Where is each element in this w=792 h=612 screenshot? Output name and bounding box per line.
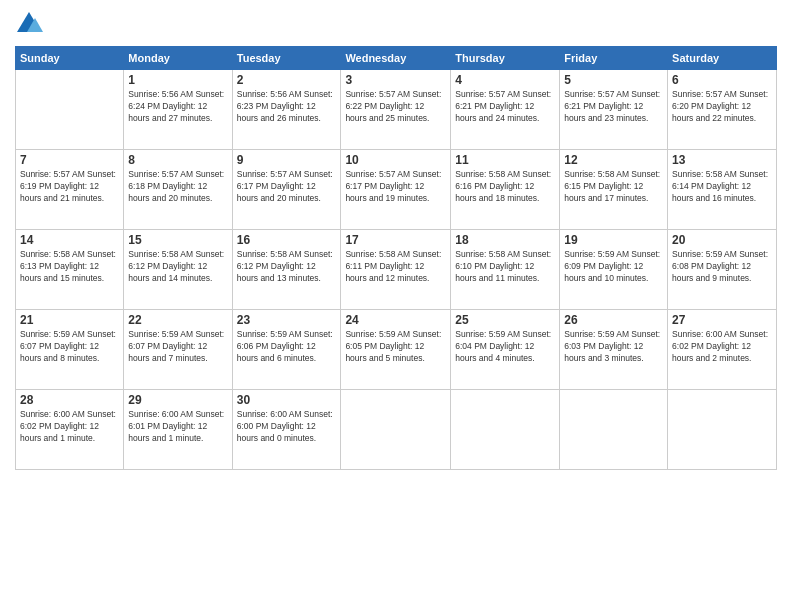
cell-info-text: Sunrise: 5:58 AM Sunset: 6:12 PM Dayligh… [237, 249, 337, 285]
cell-info-text: Sunrise: 5:58 AM Sunset: 6:15 PM Dayligh… [564, 169, 663, 205]
cell-info-text: Sunrise: 5:59 AM Sunset: 6:04 PM Dayligh… [455, 329, 555, 365]
cell-day-number: 9 [237, 153, 337, 167]
week-row-1: 7Sunrise: 5:57 AM Sunset: 6:19 PM Daylig… [16, 150, 777, 230]
cell-day-number: 3 [345, 73, 446, 87]
calendar-cell: 1Sunrise: 5:56 AM Sunset: 6:24 PM Daylig… [124, 70, 232, 150]
calendar-cell: 15Sunrise: 5:58 AM Sunset: 6:12 PM Dayli… [124, 230, 232, 310]
calendar-cell: 19Sunrise: 5:59 AM Sunset: 6:09 PM Dayli… [560, 230, 668, 310]
calendar-cell: 17Sunrise: 5:58 AM Sunset: 6:11 PM Dayli… [341, 230, 451, 310]
cell-day-number: 13 [672, 153, 772, 167]
cell-info-text: Sunrise: 6:00 AM Sunset: 6:02 PM Dayligh… [20, 409, 119, 445]
calendar-cell: 6Sunrise: 5:57 AM Sunset: 6:20 PM Daylig… [668, 70, 777, 150]
cell-day-number: 10 [345, 153, 446, 167]
calendar-cell: 10Sunrise: 5:57 AM Sunset: 6:17 PM Dayli… [341, 150, 451, 230]
calendar-cell: 23Sunrise: 5:59 AM Sunset: 6:06 PM Dayli… [232, 310, 341, 390]
week-row-0: 1Sunrise: 5:56 AM Sunset: 6:24 PM Daylig… [16, 70, 777, 150]
day-header-friday: Friday [560, 47, 668, 70]
week-row-2: 14Sunrise: 5:58 AM Sunset: 6:13 PM Dayli… [16, 230, 777, 310]
cell-day-number: 20 [672, 233, 772, 247]
calendar-cell: 3Sunrise: 5:57 AM Sunset: 6:22 PM Daylig… [341, 70, 451, 150]
cell-day-number: 7 [20, 153, 119, 167]
calendar-cell: 13Sunrise: 5:58 AM Sunset: 6:14 PM Dayli… [668, 150, 777, 230]
cell-day-number: 15 [128, 233, 227, 247]
cell-info-text: Sunrise: 5:58 AM Sunset: 6:13 PM Dayligh… [20, 249, 119, 285]
cell-info-text: Sunrise: 5:58 AM Sunset: 6:14 PM Dayligh… [672, 169, 772, 205]
day-header-sunday: Sunday [16, 47, 124, 70]
calendar-cell: 20Sunrise: 5:59 AM Sunset: 6:08 PM Dayli… [668, 230, 777, 310]
cell-info-text: Sunrise: 5:56 AM Sunset: 6:23 PM Dayligh… [237, 89, 337, 125]
calendar-cell: 11Sunrise: 5:58 AM Sunset: 6:16 PM Dayli… [451, 150, 560, 230]
header [15, 10, 777, 38]
cell-info-text: Sunrise: 5:59 AM Sunset: 6:06 PM Dayligh… [237, 329, 337, 365]
logo-icon [15, 10, 43, 38]
cell-day-number: 8 [128, 153, 227, 167]
cell-day-number: 5 [564, 73, 663, 87]
calendar-cell: 9Sunrise: 5:57 AM Sunset: 6:17 PM Daylig… [232, 150, 341, 230]
calendar-cell: 18Sunrise: 5:58 AM Sunset: 6:10 PM Dayli… [451, 230, 560, 310]
cell-day-number: 14 [20, 233, 119, 247]
calendar-cell [560, 390, 668, 470]
cell-day-number: 25 [455, 313, 555, 327]
cell-day-number: 24 [345, 313, 446, 327]
calendar-cell: 2Sunrise: 5:56 AM Sunset: 6:23 PM Daylig… [232, 70, 341, 150]
calendar-cell [668, 390, 777, 470]
calendar-cell: 27Sunrise: 6:00 AM Sunset: 6:02 PM Dayli… [668, 310, 777, 390]
cell-info-text: Sunrise: 5:59 AM Sunset: 6:07 PM Dayligh… [20, 329, 119, 365]
cell-day-number: 28 [20, 393, 119, 407]
cell-info-text: Sunrise: 6:00 AM Sunset: 6:02 PM Dayligh… [672, 329, 772, 365]
calendar-cell: 28Sunrise: 6:00 AM Sunset: 6:02 PM Dayli… [16, 390, 124, 470]
cell-info-text: Sunrise: 5:57 AM Sunset: 6:18 PM Dayligh… [128, 169, 227, 205]
calendar-cell: 16Sunrise: 5:58 AM Sunset: 6:12 PM Dayli… [232, 230, 341, 310]
calendar: SundayMondayTuesdayWednesdayThursdayFrid… [15, 46, 777, 470]
cell-info-text: Sunrise: 5:59 AM Sunset: 6:05 PM Dayligh… [345, 329, 446, 365]
cell-info-text: Sunrise: 6:00 AM Sunset: 6:00 PM Dayligh… [237, 409, 337, 445]
cell-info-text: Sunrise: 5:58 AM Sunset: 6:16 PM Dayligh… [455, 169, 555, 205]
calendar-cell: 12Sunrise: 5:58 AM Sunset: 6:15 PM Dayli… [560, 150, 668, 230]
calendar-cell: 8Sunrise: 5:57 AM Sunset: 6:18 PM Daylig… [124, 150, 232, 230]
cell-day-number: 21 [20, 313, 119, 327]
calendar-cell: 14Sunrise: 5:58 AM Sunset: 6:13 PM Dayli… [16, 230, 124, 310]
day-header-monday: Monday [124, 47, 232, 70]
cell-info-text: Sunrise: 5:59 AM Sunset: 6:03 PM Dayligh… [564, 329, 663, 365]
cell-info-text: Sunrise: 5:59 AM Sunset: 6:07 PM Dayligh… [128, 329, 227, 365]
cell-info-text: Sunrise: 5:57 AM Sunset: 6:17 PM Dayligh… [237, 169, 337, 205]
calendar-cell: 24Sunrise: 5:59 AM Sunset: 6:05 PM Dayli… [341, 310, 451, 390]
calendar-cell: 4Sunrise: 5:57 AM Sunset: 6:21 PM Daylig… [451, 70, 560, 150]
cell-day-number: 12 [564, 153, 663, 167]
cell-info-text: Sunrise: 5:57 AM Sunset: 6:17 PM Dayligh… [345, 169, 446, 205]
calendar-cell: 22Sunrise: 5:59 AM Sunset: 6:07 PM Dayli… [124, 310, 232, 390]
calendar-cell: 5Sunrise: 5:57 AM Sunset: 6:21 PM Daylig… [560, 70, 668, 150]
calendar-header-row: SundayMondayTuesdayWednesdayThursdayFrid… [16, 47, 777, 70]
cell-day-number: 22 [128, 313, 227, 327]
cell-day-number: 17 [345, 233, 446, 247]
day-header-tuesday: Tuesday [232, 47, 341, 70]
cell-day-number: 26 [564, 313, 663, 327]
week-row-4: 28Sunrise: 6:00 AM Sunset: 6:02 PM Dayli… [16, 390, 777, 470]
cell-info-text: Sunrise: 5:57 AM Sunset: 6:19 PM Dayligh… [20, 169, 119, 205]
logo [15, 10, 45, 38]
cell-info-text: Sunrise: 5:58 AM Sunset: 6:10 PM Dayligh… [455, 249, 555, 285]
calendar-cell: 26Sunrise: 5:59 AM Sunset: 6:03 PM Dayli… [560, 310, 668, 390]
cell-day-number: 1 [128, 73, 227, 87]
cell-info-text: Sunrise: 5:59 AM Sunset: 6:08 PM Dayligh… [672, 249, 772, 285]
cell-day-number: 2 [237, 73, 337, 87]
cell-info-text: Sunrise: 5:59 AM Sunset: 6:09 PM Dayligh… [564, 249, 663, 285]
calendar-cell [16, 70, 124, 150]
cell-info-text: Sunrise: 5:57 AM Sunset: 6:21 PM Dayligh… [455, 89, 555, 125]
week-row-3: 21Sunrise: 5:59 AM Sunset: 6:07 PM Dayli… [16, 310, 777, 390]
cell-day-number: 23 [237, 313, 337, 327]
day-header-saturday: Saturday [668, 47, 777, 70]
calendar-cell: 21Sunrise: 5:59 AM Sunset: 6:07 PM Dayli… [16, 310, 124, 390]
day-header-thursday: Thursday [451, 47, 560, 70]
cell-day-number: 4 [455, 73, 555, 87]
calendar-cell [341, 390, 451, 470]
cell-day-number: 18 [455, 233, 555, 247]
cell-info-text: Sunrise: 5:56 AM Sunset: 6:24 PM Dayligh… [128, 89, 227, 125]
calendar-cell [451, 390, 560, 470]
calendar-cell: 7Sunrise: 5:57 AM Sunset: 6:19 PM Daylig… [16, 150, 124, 230]
cell-info-text: Sunrise: 6:00 AM Sunset: 6:01 PM Dayligh… [128, 409, 227, 445]
cell-day-number: 6 [672, 73, 772, 87]
cell-info-text: Sunrise: 5:57 AM Sunset: 6:21 PM Dayligh… [564, 89, 663, 125]
cell-info-text: Sunrise: 5:58 AM Sunset: 6:12 PM Dayligh… [128, 249, 227, 285]
cell-day-number: 11 [455, 153, 555, 167]
